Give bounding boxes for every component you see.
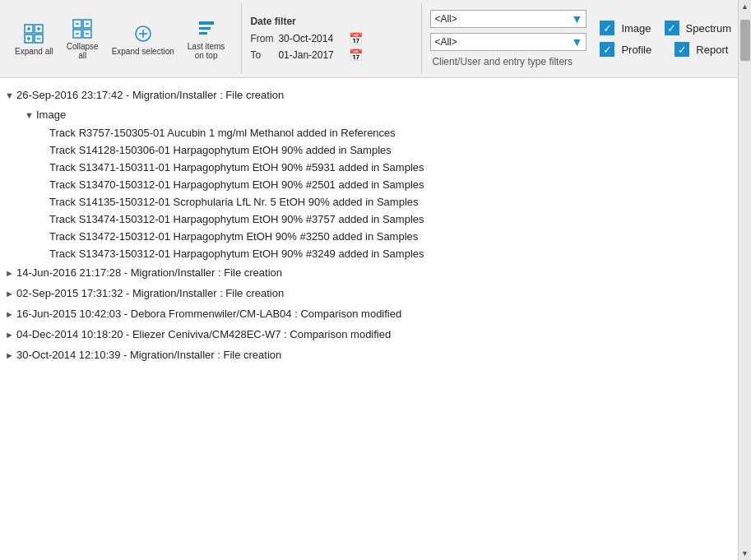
- collapse-all-label: Collapseall: [67, 42, 99, 60]
- expand-all-icon: [22, 22, 45, 45]
- dropdown-2-value: <All>: [434, 36, 457, 48]
- checkbox-profile[interactable]: ✓: [600, 42, 614, 57]
- toolbar-actions: Expand all: [5, 3, 234, 74]
- checkbox-spectrum-label: Spectrum: [686, 22, 732, 35]
- tree-entry-3-label: 02-Sep-2015 17:31:32 - Migration/Install…: [16, 287, 731, 299]
- expand-selection-label: Expand selection: [112, 47, 174, 56]
- checkbox-spectrum[interactable]: ✓: [665, 21, 679, 35]
- scroll-up-arrow[interactable]: ▲: [739, 0, 752, 13]
- tree-entry-4[interactable]: ► 16-Jun-2015 10:42:03 - Debora Frommenw…: [0, 303, 738, 324]
- from-label: From: [250, 33, 273, 44]
- toggle-expand-icon-3[interactable]: ►: [5, 289, 16, 299]
- tree-entry-1-label: 26-Sep-2016 23:17:42 - Migration/Install…: [16, 89, 731, 101]
- tree-track-8[interactable]: Track S13473-150312-01 Harpagophytum EtO…: [0, 245, 738, 262]
- checkbox-image-label: Image: [621, 22, 651, 35]
- last-items-button[interactable]: Last itemson top: [183, 14, 230, 63]
- to-label: To: [250, 49, 273, 61]
- svg-rect-23: [199, 27, 211, 30]
- dropdown-2[interactable]: <All> ▼: [430, 33, 586, 51]
- tree-entry-1[interactable]: ▼ 26-Sep-2016 23:17:42 - Migration/Insta…: [0, 85, 738, 105]
- checkbox-row-profile: ✓ Profile ✓ Report: [600, 42, 728, 57]
- checkmark-spectrum: ✓: [667, 23, 676, 34]
- tree-track-1[interactable]: Track R3757-150305-01 Aucubin 1 mg/ml Me…: [0, 124, 738, 141]
- tree-area: ▼ 26-Sep-2016 23:17:42 - Migration/Insta…: [0, 78, 738, 560]
- tree-entry-2[interactable]: ► 14-Jun-2016 21:17:28 - Migration/Insta…: [0, 262, 738, 283]
- tree-track-4[interactable]: Track S13470-150312-01 Harpagophytum EtO…: [0, 176, 738, 193]
- tree-entry-6-label: 30-Oct-2014 12:10:39 - Migration/Install…: [16, 349, 731, 361]
- client-user-label: Client/User and entry type filters: [430, 56, 582, 67]
- checkmark-profile: ✓: [603, 44, 612, 55]
- expand-all-button[interactable]: Expand all: [10, 19, 58, 59]
- date-from-row: From 30-Oct-2014 📅: [250, 32, 413, 45]
- dropdowns-section: <All> ▼ <All> ▼ Client/User and entry ty…: [424, 3, 588, 74]
- tree-image-group-label: Image: [36, 109, 731, 121]
- track-7-text: Track S13472-150312-01 Harpagophytm EtOH…: [49, 230, 731, 243]
- tree-track-6[interactable]: Track S13474-150312-01 Harpagophytum EtO…: [0, 211, 738, 228]
- scroll-track: [739, 13, 751, 547]
- last-items-icon: [195, 17, 218, 40]
- checkmark-report: ✓: [678, 44, 687, 55]
- track-6-text: Track S13474-150312-01 Harpagophytum EtO…: [49, 213, 731, 225]
- tree-track-5[interactable]: Track S14135-150312-01 Scrophularia LfL …: [0, 193, 738, 211]
- to-value: 01-Jan-2017: [278, 49, 344, 61]
- tree-entry-4-label: 16-Jun-2015 10:42:03 - Debora Frommenwil…: [16, 308, 731, 320]
- checkmark-image: ✓: [603, 23, 612, 34]
- tree-entry-3[interactable]: ► 02-Sep-2015 17:31:32 - Migration/Insta…: [0, 283, 738, 303]
- expand-selection-button[interactable]: Expand selection: [107, 19, 179, 59]
- date-filter-panel: Date filter From 30-Oct-2014 📅 To 01-Jan…: [241, 3, 422, 74]
- tree-track-7[interactable]: Track S13472-150312-01 Harpagophytm EtOH…: [0, 228, 738, 245]
- right-scrollbar[interactable]: ▲ ▼: [738, 0, 751, 560]
- toggle-expand-icon-6[interactable]: ►: [5, 350, 16, 360]
- track-2-text: Track S14128-150306-01 Harpagophytum EtO…: [49, 144, 731, 156]
- svg-rect-22: [199, 21, 214, 25]
- last-items-label: Last itemson top: [188, 42, 225, 60]
- toggle-expand-icon-5[interactable]: ►: [5, 330, 16, 340]
- toggle-expand-icon-2[interactable]: ►: [5, 268, 16, 278]
- expand-selection-icon: [132, 22, 155, 45]
- checkbox-profile-label: Profile: [621, 44, 651, 56]
- from-value: 30-Oct-2014: [278, 33, 344, 44]
- checkbox-image[interactable]: ✓: [600, 21, 614, 35]
- dropdown-2-arrow: ▼: [572, 35, 583, 49]
- tree-image-group[interactable]: ▼ Image: [0, 105, 738, 124]
- tree-track-3[interactable]: Track S13471-150311-01 Harpagophytum EtO…: [0, 159, 738, 176]
- tree-entry-6[interactable]: ► 30-Oct-2014 12:10:39 - Migration/Insta…: [0, 345, 738, 365]
- toggle-expand-icon-1[interactable]: ▼: [5, 90, 16, 100]
- dropdown-1-value: <All>: [434, 13, 457, 25]
- tree-entry-2-label: 14-Jun-2016 21:17:28 - Migration/Install…: [16, 266, 731, 279]
- dropdown-1[interactable]: <All> ▼: [430, 10, 586, 28]
- dropdown-1-arrow: ▼: [572, 12, 583, 25]
- collapse-all-icon: [71, 17, 94, 40]
- date-filter-title: Date filter: [250, 16, 413, 27]
- checkbox-report[interactable]: ✓: [675, 42, 689, 57]
- from-calendar-icon[interactable]: 📅: [349, 32, 363, 45]
- collapse-all-button[interactable]: Collapseall: [62, 14, 104, 63]
- track-3-text: Track S13471-150311-01 Harpagophytum EtO…: [49, 161, 731, 174]
- expand-all-label: Expand all: [15, 47, 53, 56]
- track-8-text: Track S13473-150312-01 Harpagophytum EtO…: [49, 248, 731, 260]
- checkbox-row-image: ✓ Image ✓ Spectrum: [600, 21, 728, 35]
- track-5-text: Track S14135-150312-01 Scrophularia LfL …: [49, 196, 731, 208]
- tree-entry-5-label: 04-Dec-2014 10:18:20 - Eliezer Ceniviva/…: [16, 328, 731, 340]
- toggle-expand-icon-image[interactable]: ▼: [25, 110, 36, 120]
- track-1-text: Track R3757-150305-01 Aucubin 1 mg/ml Me…: [49, 127, 731, 139]
- scroll-thumb: [740, 20, 750, 61]
- scroll-down-arrow[interactable]: ▼: [739, 547, 752, 560]
- toolbar: Expand all: [0, 0, 738, 78]
- date-to-row: To 01-Jan-2017 📅: [250, 49, 413, 62]
- checkboxes-section: ✓ Image ✓ Spectrum ✓ Profile: [590, 3, 738, 74]
- track-4-text: Track S13470-150312-01 Harpagophytum EtO…: [49, 178, 731, 191]
- to-calendar-icon[interactable]: 📅: [349, 49, 363, 62]
- checkbox-report-label: Report: [696, 44, 728, 56]
- tree-track-2[interactable]: Track S14128-150306-01 Harpagophytum EtO…: [0, 141, 738, 159]
- tree-entry-5[interactable]: ► 04-Dec-2014 10:18:20 - Eliezer Ceniviv…: [0, 324, 738, 345]
- svg-rect-24: [199, 32, 207, 35]
- toggle-expand-icon-4[interactable]: ►: [5, 309, 16, 319]
